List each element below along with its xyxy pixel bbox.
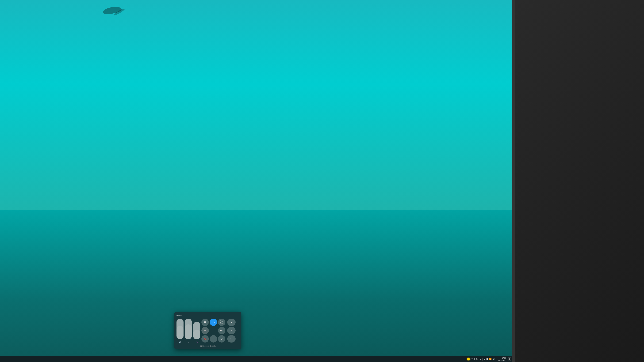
select-button[interactable]: ●: [202, 327, 209, 334]
tray-volume-icon[interactable]: 🔊: [492, 358, 495, 360]
contrast-slider-fill: [193, 330, 200, 340]
minus-button[interactable]: —: [210, 335, 217, 343]
taskbar-divider-1: [482, 358, 482, 361]
eye-care-icon: 👁: [204, 321, 206, 324]
osd-content: 🔊 ☀ ◑: [176, 319, 239, 344]
eye-care-button[interactable]: 👁: [202, 319, 209, 326]
resolution-info: 3840 x 2160 @60Hz: [176, 345, 239, 347]
nav-buttons: « » ↩: [227, 319, 236, 343]
contrast-slider-col: ◑: [193, 322, 200, 344]
freesync-button[interactable]: FreeSync: [218, 319, 225, 326]
brightness-slider-track[interactable]: [185, 319, 192, 339]
forward-fast-button[interactable]: »: [227, 327, 236, 334]
back-fast-icon: «: [231, 321, 232, 324]
minus-icon: —: [212, 337, 215, 341]
condition-label: Sunny: [476, 358, 481, 360]
volume-slider-col: 🔊: [176, 319, 184, 344]
underwater-background: [0, 0, 512, 210]
forward-fast-icon: »: [231, 329, 232, 332]
empty-slot: [210, 327, 217, 334]
volume-slider-fill: [176, 326, 184, 340]
sliders-area: 🔊 ☀ ◑: [176, 319, 200, 344]
screen-bottom-reflection: [0, 210, 512, 362]
taskbar-time: 17:38 24/08/2021: [498, 357, 506, 362]
temperature-label: 22°C: [470, 358, 475, 360]
time-label: 17:38: [498, 357, 506, 359]
brightness-slider-col: ☀: [185, 319, 192, 344]
brightness-slider-fill: [185, 324, 192, 339]
taskbar-weather: 22°C Sunny: [467, 358, 481, 361]
contrast-slider-track[interactable]: [193, 322, 200, 339]
brightness-icon: ☀: [187, 341, 189, 344]
screen-wrapper: Menu 🔊: [0, 0, 644, 362]
return-icon: ↩: [230, 337, 232, 341]
refresh-icon: ↺: [220, 337, 223, 341]
contrast-icon: ◑: [196, 341, 198, 344]
refresh-button[interactable]: ↺: [218, 335, 225, 343]
taskbar-notification-button[interactable]: 💬: [508, 358, 511, 361]
tray-wifi-icon[interactable]: 📶: [489, 358, 492, 360]
osd-title: Menu: [176, 314, 239, 317]
tray-expand-icon[interactable]: ▲: [484, 358, 486, 360]
return-button[interactable]: ↩: [227, 335, 236, 343]
od-label: OD: [220, 330, 223, 332]
mute-button[interactable]: 🔇: [202, 335, 209, 343]
controls-grid: 👁 ⬭ FreeSync ●: [202, 319, 225, 343]
od-button[interactable]: OD: [218, 327, 225, 334]
weather-sun-icon: [467, 358, 470, 361]
notification-icon: 💬: [508, 358, 510, 360]
controls-area: 👁 ⬭ FreeSync ●: [202, 319, 239, 343]
date-label: 24/08/2021: [498, 359, 506, 361]
screen: Menu 🔊: [0, 0, 512, 362]
taskbar-tray-icons[interactable]: ▲ ⬜ 📶 🔊: [484, 358, 495, 360]
input-icon: ⬭: [212, 321, 214, 324]
input-button[interactable]: ⬭: [210, 319, 217, 326]
cable: [517, 72, 517, 290]
volume-icon: 🔊: [178, 341, 181, 344]
select-icon: ●: [204, 329, 206, 333]
monitor: Menu 🔊: [0, 0, 515, 362]
mute-icon: 🔇: [204, 338, 207, 341]
taskbar: 22°C Sunny ▲ ⬜ 📶 🔊 17:38 24/08/2021 💬: [0, 356, 512, 362]
volume-slider-track[interactable]: [176, 319, 184, 339]
right-area: [515, 0, 644, 362]
tray-window-icon[interactable]: ⬜: [486, 358, 488, 360]
freesync-label: FreeSync: [220, 320, 223, 324]
taskbar-divider-2: [496, 358, 496, 361]
back-fast-button[interactable]: «: [227, 319, 236, 326]
osd-panel: Menu 🔊: [174, 312, 241, 349]
